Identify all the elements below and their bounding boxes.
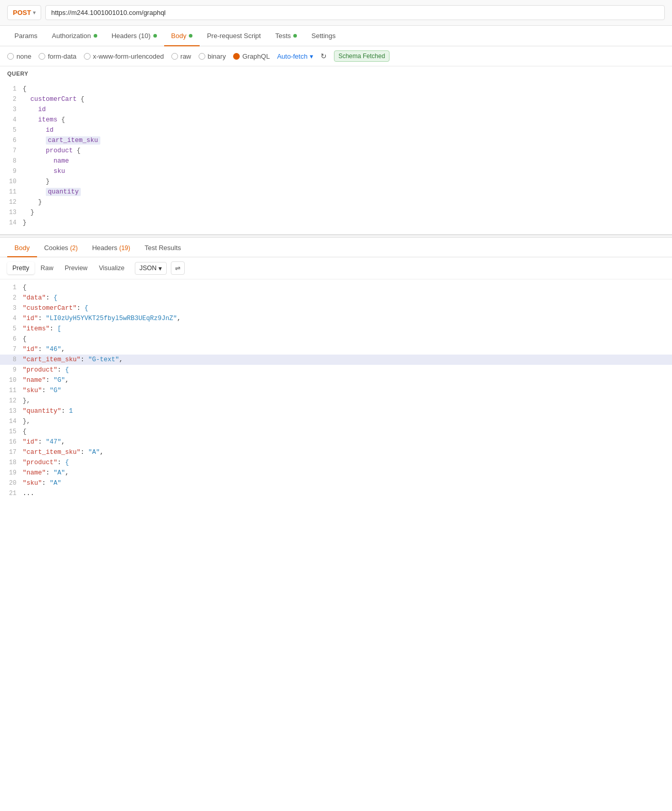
tab-body-label: Body — [171, 32, 187, 40]
option-raw-label: raw — [181, 52, 191, 60]
response-line-text: "quantity": 1 — [23, 406, 672, 416]
query-section: QUERY 1{2 customerCart {3 id4 items {5 i… — [0, 66, 672, 235]
line-text: customerCart { — [23, 94, 672, 104]
line-text: quantity — [23, 187, 672, 197]
query-line: 14} — [0, 218, 672, 228]
tab-params-label: Params — [14, 32, 38, 40]
body-options: none form-data x-www-form-urlencoded raw… — [0, 46, 672, 66]
response-line-text: "id": "46", — [23, 344, 672, 355]
response-line-number: 19 — [0, 468, 23, 478]
query-line: 11 quantity — [0, 187, 672, 197]
line-text: cart_item_sku — [23, 135, 672, 146]
response-line-text: "data": { — [23, 293, 672, 303]
response-line-number: 3 — [0, 303, 23, 313]
option-binary-label: binary — [208, 52, 226, 60]
authorization-dot — [94, 34, 97, 38]
line-number: 2 — [0, 94, 23, 104]
response-line: 21 ... — [0, 488, 672, 499]
response-line-text: "cart_item_sku": "A", — [23, 447, 672, 457]
response-line-text: ... — [23, 488, 672, 499]
radio-formdata — [39, 53, 45, 60]
line-text: } — [23, 218, 672, 228]
response-line-text: "id": "LI0zUyH5YVKT25fbyl5wRB3UEqRz9JnZ"… — [23, 313, 672, 324]
method-label: POST — [13, 9, 31, 16]
resp-tab-body[interactable]: Body — [7, 239, 37, 257]
response-line-text: "product": { — [23, 365, 672, 375]
line-number: 12 — [0, 197, 23, 207]
resp-tab-testresults[interactable]: Test Results — [137, 239, 188, 257]
url-input[interactable] — [45, 5, 665, 20]
option-raw[interactable]: raw — [171, 52, 191, 60]
response-line-text: }, — [23, 396, 672, 406]
line-text: id — [23, 104, 672, 115]
response-line: 11 "sku": "G" — [0, 385, 672, 396]
query-line: 2 customerCart { — [0, 94, 672, 104]
query-editor[interactable]: 1{2 customerCart {3 id4 items {5 id6 car… — [0, 81, 672, 234]
tab-tests[interactable]: Tests — [268, 26, 304, 46]
response-line-number: 9 — [0, 365, 23, 375]
response-line-text: "items": [ — [23, 324, 672, 334]
tab-authorization[interactable]: Authorization — [45, 26, 104, 46]
response-line: 16 "id": "47", — [0, 437, 672, 447]
resp-tab-testresults-label: Test Results — [145, 244, 181, 252]
option-graphql[interactable]: GraphQL — [233, 52, 270, 60]
response-line: 7 "id": "46", — [0, 344, 672, 355]
option-urlencoded[interactable]: x-www-form-urlencoded — [84, 52, 164, 60]
tab-prerequest-label: Pre-request Script — [207, 32, 261, 40]
radio-raw — [171, 53, 178, 60]
line-number: 11 — [0, 187, 23, 197]
option-none[interactable]: none — [7, 52, 31, 60]
wrap-lines-button[interactable]: ⇌ — [171, 261, 185, 275]
response-line-number: 4 — [0, 313, 23, 324]
response-line: 19 "name": "A", — [0, 468, 672, 478]
tab-body[interactable]: Body — [164, 26, 200, 46]
response-line-number: 21 — [0, 488, 23, 499]
tab-settings[interactable]: Settings — [304, 26, 343, 46]
radio-urlencoded — [84, 53, 91, 60]
format-pretty-button[interactable]: Pretty — [7, 262, 34, 274]
response-line-text: "sku": "G" — [23, 385, 672, 396]
response-line-number: 16 — [0, 437, 23, 447]
response-line-text: "sku": "A" — [23, 478, 672, 488]
response-tabs: Body Cookies (2) Headers (19) Test Resul… — [0, 239, 672, 257]
method-select[interactable]: POST ▾ — [7, 5, 41, 20]
json-format-select[interactable]: JSON ▾ — [135, 262, 167, 275]
response-line: 17 "cart_item_sku": "A", — [0, 447, 672, 457]
response-toolbar: Pretty Raw Preview Visualize JSON ▾ ⇌ — [0, 257, 672, 279]
schema-fetched-badge: Schema Fetched — [334, 50, 390, 62]
json-label: JSON — [139, 265, 156, 272]
response-line-number: 20 — [0, 478, 23, 488]
option-formdata-label: form-data — [48, 52, 77, 60]
format-preview-button[interactable]: Preview — [60, 262, 93, 274]
option-binary[interactable]: binary — [199, 52, 226, 60]
format-visualize-button[interactable]: Visualize — [94, 262, 130, 274]
tab-authorization-label: Authorization — [52, 32, 91, 40]
line-text: name — [23, 156, 672, 166]
autofetch-button[interactable]: Auto-fetch ▾ — [277, 52, 313, 60]
line-number: 6 — [0, 135, 23, 146]
response-line: 12 }, — [0, 396, 672, 406]
response-line-number: 14 — [0, 416, 23, 427]
resp-tab-headers[interactable]: Headers (19) — [85, 239, 137, 257]
autofetch-chevron-icon: ▾ — [310, 52, 313, 60]
query-label: QUERY — [7, 70, 28, 77]
tab-params[interactable]: Params — [7, 26, 45, 46]
resp-tab-cookies[interactable]: Cookies (2) — [37, 239, 85, 257]
option-formdata[interactable]: form-data — [39, 52, 77, 60]
option-none-label: none — [16, 52, 31, 60]
response-line: 8 "cart_item_sku": "G-text", — [0, 355, 672, 365]
format-raw-button[interactable]: Raw — [36, 262, 59, 274]
method-chevron-icon: ▾ — [33, 10, 36, 15]
tab-headers[interactable]: Headers (10) — [104, 26, 164, 46]
query-line: 8 name — [0, 156, 672, 166]
line-text: } — [23, 197, 672, 207]
response-line-number: 13 — [0, 406, 23, 416]
tab-settings-label: Settings — [311, 32, 335, 40]
response-line: 3 "customerCart": { — [0, 303, 672, 313]
tab-prerequest[interactable]: Pre-request Script — [200, 26, 268, 46]
response-line-number: 18 — [0, 457, 23, 468]
refresh-icon[interactable]: ↻ — [321, 52, 327, 60]
radio-graphql — [233, 53, 240, 60]
tab-headers-label: Headers (10) — [112, 32, 151, 40]
response-line-text: "customerCart": { — [23, 303, 672, 313]
